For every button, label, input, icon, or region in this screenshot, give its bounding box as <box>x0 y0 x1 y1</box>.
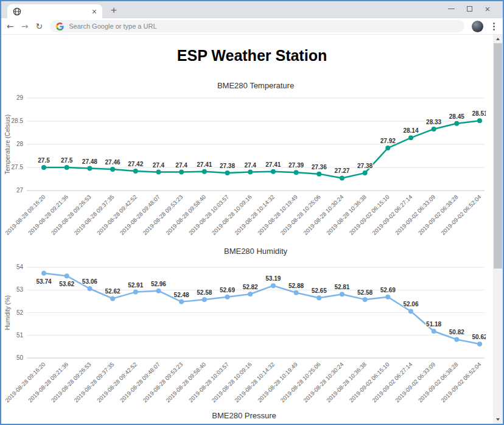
svg-text:50.82: 50.82 <box>449 329 464 335</box>
svg-text:52.91: 52.91 <box>128 282 143 289</box>
svg-text:2019-08-28 09:26:53: 2019-08-28 09:26:53 <box>50 361 93 404</box>
svg-text:52.96: 52.96 <box>151 281 166 287</box>
svg-text:2019-08-28 10:09:16: 2019-08-28 10:09:16 <box>210 361 253 404</box>
svg-text:27.5: 27.5 <box>38 157 50 164</box>
svg-text:2019-08-28 10:36:38: 2019-08-28 10:36:38 <box>325 194 368 236</box>
svg-text:27: 27 <box>16 187 24 194</box>
svg-text:27.5: 27.5 <box>61 157 73 164</box>
svg-text:52.58: 52.58 <box>197 289 212 296</box>
svg-text:28: 28 <box>16 141 24 147</box>
svg-text:2019-08-28 09:53:23: 2019-08-28 09:53:23 <box>141 361 184 404</box>
svg-text:Temperature (Celsius): Temperature (Celsius) <box>4 114 11 174</box>
svg-text:2019-08-28 09:53:23: 2019-08-28 09:53:23 <box>141 194 184 236</box>
browser-toolbar: ← → ↻ Search Google or type a URL <box>1 18 503 35</box>
svg-text:53: 53 <box>16 286 24 293</box>
svg-text:28.5: 28.5 <box>12 118 24 124</box>
svg-text:27.38: 27.38 <box>357 163 373 169</box>
svg-text:53.74: 53.74 <box>36 278 51 285</box>
svg-text:2019-08-28 10:19:49: 2019-08-28 10:19:49 <box>256 361 299 404</box>
svg-text:2019-08-28 10:30:24: 2019-08-28 10:30:24 <box>302 194 345 236</box>
svg-text:2019-09-02 06:52:04: 2019-09-02 06:52:04 <box>439 361 482 404</box>
address-bar[interactable]: Search Google or type a URL <box>50 20 464 32</box>
svg-text:2019-08-28 10:30:24: 2019-08-28 10:30:24 <box>302 361 345 404</box>
svg-text:27.48: 27.48 <box>82 158 97 165</box>
maximize-button[interactable] <box>460 1 478 16</box>
svg-text:52.65: 52.65 <box>312 287 327 294</box>
minimize-button[interactable] <box>442 1 460 16</box>
scrollbar[interactable] <box>493 35 503 424</box>
svg-text:2019-08-28 10:25:06: 2019-08-28 10:25:06 <box>279 194 321 236</box>
svg-text:53.62: 53.62 <box>59 281 74 287</box>
svg-text:2019-08-28 09:21:36: 2019-08-28 09:21:36 <box>27 361 69 404</box>
svg-text:28.14: 28.14 <box>403 127 418 134</box>
svg-text:52.06: 52.06 <box>403 301 418 307</box>
svg-text:2019-09-02 06:33:09: 2019-09-02 06:33:09 <box>394 361 436 404</box>
svg-text:2019-08-28 10:36:38: 2019-08-28 10:36:38 <box>325 361 368 404</box>
pressure-chart-title: BME280 Pressure <box>2 411 486 420</box>
svg-text:27.4: 27.4 <box>153 162 165 169</box>
scroll-up-icon[interactable] <box>493 35 503 43</box>
google-icon <box>56 23 64 30</box>
temperature-chart: BME280 TemperatureTemperature (Celsius)2… <box>2 77 503 242</box>
close-button[interactable]: × <box>478 1 497 16</box>
scroll-down-icon[interactable] <box>493 415 503 424</box>
svg-text:2019-08-28 09:16:20: 2019-08-28 09:16:20 <box>4 194 46 236</box>
svg-text:2019-08-28 09:37:35: 2019-08-28 09:37:35 <box>72 361 115 404</box>
svg-text:27.92: 27.92 <box>380 138 396 144</box>
svg-text:2019-08-28 10:03:57: 2019-08-28 10:03:57 <box>187 361 230 404</box>
svg-text:28.51: 28.51 <box>472 110 486 117</box>
svg-text:BME280 Temperature: BME280 Temperature <box>217 81 294 90</box>
svg-text:28.45: 28.45 <box>449 113 464 120</box>
svg-text:2019-08-28 10:03:57: 2019-08-28 10:03:57 <box>187 194 230 236</box>
avatar[interactable] <box>472 21 483 32</box>
svg-text:52.58: 52.58 <box>357 289 373 296</box>
svg-text:27.42: 27.42 <box>128 161 143 167</box>
svg-text:2019-08-28 10:09:16: 2019-08-28 10:09:16 <box>210 194 253 236</box>
browser-menu-icon[interactable] <box>491 23 497 30</box>
svg-text:27.46: 27.46 <box>105 159 121 166</box>
tab-close-icon[interactable]: × <box>92 7 97 16</box>
browser-window: × + × ← → ↻ Search Google or type a <box>0 0 504 425</box>
window-controls: × <box>442 1 497 16</box>
svg-text:2019-08-28 10:14:32: 2019-08-28 10:14:32 <box>233 194 276 236</box>
svg-text:BME280 Humidity: BME280 Humidity <box>224 247 288 256</box>
page-content: ESP Weather Station BME280 TemperatureTe… <box>1 35 503 424</box>
browser-tab[interactable]: × <box>7 4 102 18</box>
svg-text:2019-08-28 10:25:06: 2019-08-28 10:25:06 <box>279 361 321 404</box>
svg-text:27.38: 27.38 <box>220 163 235 169</box>
svg-text:2019-09-02 06:52:04: 2019-09-02 06:52:04 <box>439 194 482 236</box>
svg-text:2019-08-28 09:58:40: 2019-08-28 09:58:40 <box>164 361 207 404</box>
reload-icon[interactable]: ↻ <box>35 22 43 30</box>
svg-text:2019-09-02 06:38:28: 2019-09-02 06:38:28 <box>417 361 460 404</box>
svg-text:52.88: 52.88 <box>289 283 304 289</box>
svg-text:27.4: 27.4 <box>175 162 187 169</box>
svg-text:28.33: 28.33 <box>426 119 441 125</box>
scrollbar-thumb[interactable] <box>494 43 502 269</box>
svg-text:52.48: 52.48 <box>174 292 189 298</box>
svg-text:51.18: 51.18 <box>426 321 441 328</box>
svg-text:27.39: 27.39 <box>289 162 304 169</box>
svg-text:27.36: 27.36 <box>312 164 327 170</box>
svg-text:53.06: 53.06 <box>82 278 97 285</box>
back-icon[interactable]: ← <box>7 22 14 30</box>
page-title: ESP Weather Station <box>11 47 493 64</box>
svg-text:27.5: 27.5 <box>12 164 24 170</box>
humidity-chart: BME280 HumidityHumidity (%)5051525354201… <box>2 244 503 410</box>
forward-icon[interactable]: → <box>21 22 29 30</box>
svg-text:2019-08-28 09:58:40: 2019-08-28 09:58:40 <box>164 194 207 236</box>
address-placeholder: Search Google or type a URL <box>69 23 156 30</box>
new-tab-button[interactable]: + <box>107 5 121 16</box>
svg-text:2019-09-02 06:15:10: 2019-09-02 06:15:10 <box>348 194 391 236</box>
svg-text:2019-08-28 10:14:32: 2019-08-28 10:14:32 <box>233 361 276 404</box>
svg-text:2019-08-28 09:48:07: 2019-08-28 09:48:07 <box>119 194 161 236</box>
humidity-chart-svg: BME280 HumidityHumidity (%)5051525354201… <box>2 244 486 407</box>
svg-text:52.69: 52.69 <box>220 287 235 293</box>
svg-text:2019-08-28 09:42:52: 2019-08-28 09:42:52 <box>96 361 138 404</box>
svg-text:2019-08-28 09:21:36: 2019-08-28 09:21:36 <box>27 194 69 236</box>
svg-text:2019-08-28 09:26:53: 2019-08-28 09:26:53 <box>50 194 93 236</box>
svg-text:27.41: 27.41 <box>197 161 212 168</box>
tab-strip: × + × <box>1 1 503 18</box>
svg-text:2019-09-02 06:27:14: 2019-09-02 06:27:14 <box>371 361 413 404</box>
svg-text:27.27: 27.27 <box>334 167 349 174</box>
svg-text:Humidity (%): Humidity (%) <box>4 295 11 330</box>
